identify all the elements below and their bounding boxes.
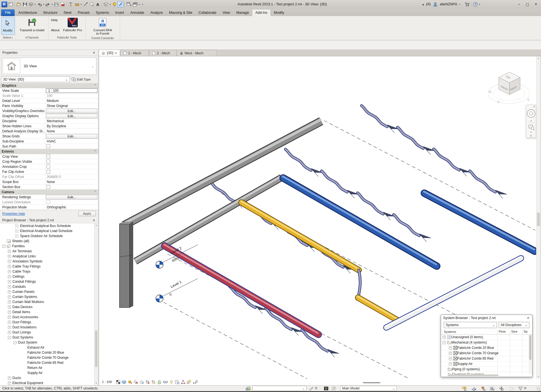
signed-in-user[interactable]: abeNZNPG [439,2,458,6]
crop-region-visible-checkbox[interactable] [46,160,50,163]
tree-item-category[interactable]: Ducts [0,375,94,380]
tree-item-duct-system[interactable]: Duct System [0,340,94,345]
help-icon[interactable] [473,2,478,7]
unlocked-3d-icon[interactable] [157,379,162,384]
system-row[interactable]: FabricAir Combi 20 Blue [441,345,529,351]
property-row[interactable]: Annotation Crop [0,164,98,169]
property-row[interactable]: Section Box [0,184,98,190]
section-graphics[interactable]: Graphics [0,83,98,88]
temporary-view-properties-icon[interactable] [175,379,180,384]
detail-level-icon[interactable] [116,379,121,384]
text-icon[interactable]: A [95,1,101,7]
property-row[interactable]: Sub-DisciplineHVAC [0,139,98,144]
tab-collaborate[interactable]: Collaborate [196,9,219,16]
tree-item-category[interactable]: Electrical Equipment [0,380,94,385]
tree-item-category[interactable]: Air Terminals [0,249,94,254]
design-options-icon[interactable] [323,386,329,391]
panel-label-formit-converter[interactable]: FormIt Converter [86,36,120,40]
tree-item-category[interactable]: Conduit Fittings [0,279,94,284]
save-icon[interactable] [22,1,28,7]
tree-item-category[interactable]: Cable Tray Fittings [0,264,94,269]
system-row-unassigned[interactable]: ?Unassigned (0 items) [441,335,529,340]
tab-insert[interactable]: Insert [112,9,127,16]
tab-view[interactable]: View [219,9,233,16]
tree-item-system-type[interactable]: Supply Air [0,370,94,375]
tree-item-category[interactable]: Curtain Systems [0,294,94,299]
apply-button[interactable]: Apply [78,211,96,216]
property-row[interactable]: Detail LevelMedium [0,98,98,103]
property-row[interactable]: Crop Region Visible [0,159,98,164]
tree-item-families[interactable]: Families [0,244,94,249]
export-pdf-icon[interactable] [59,1,66,7]
property-row[interactable]: Scope BoxNone [0,179,98,184]
tab-massing-site[interactable]: Massing & Site [166,9,196,16]
tree-item-category[interactable]: Detail Items [0,309,94,315]
worksets-icon[interactable] [246,386,251,391]
minimize-button[interactable] [515,1,523,7]
edit-button[interactable]: Edit... [46,109,97,113]
tab-analyze[interactable]: Analyze [147,9,166,16]
view-tab-west-mech[interactable]: West - Mech [177,50,216,56]
tree-item-category[interactable]: Duct Fittings [0,320,94,325]
switch-windows-icon[interactable] [132,1,138,7]
expand-expander[interactable] [8,331,11,334]
level-1-annotation[interactable]: Level 1 0 [156,279,198,302]
expand-expander[interactable] [449,346,452,349]
navigation-bar[interactable] [526,105,536,138]
system-row[interactable]: FabricAir Combi 70 Orange [441,351,529,356]
view-scale-control[interactable]: 1 : 100 [101,380,115,384]
select-by-face-icon[interactable]: ✕ [490,386,495,391]
edit-button[interactable]: Edit... [46,114,97,118]
expand-expander[interactable] [449,357,452,360]
reveal-constraints-icon[interactable] [192,379,198,384]
tab-systems[interactable]: Systems [93,9,112,16]
tree-item-system-type[interactable]: FabricAir Combi 70 Orange [0,355,94,360]
property-row[interactable]: Show Hidden LinesBy Discipline [0,124,98,129]
scroll-down-icon[interactable] [536,375,540,379]
modify-button[interactable]: Modify [1,17,15,35]
filter-icon[interactable] [518,386,523,391]
undo-icon[interactable] [36,1,43,7]
dimension-dropdown-icon[interactable] [80,3,82,6]
tab-annotate[interactable]: Annotate [127,9,147,16]
property-row[interactable]: DisciplineMechanical [0,119,98,124]
customize-qat-icon[interactable] [141,3,144,6]
tab-add-ins[interactable]: Add-Ins [252,9,271,16]
tree-item-system-type[interactable]: Return Air [0,365,94,370]
redo-icon[interactable] [45,1,51,7]
tree-item-category[interactable]: Conduits [0,284,94,289]
annotation-crop-checkbox[interactable] [46,165,50,168]
section-box-checkbox[interactable] [46,185,50,189]
reveal-hidden-icon[interactable] [169,379,174,384]
analytical-model-icon[interactable] [181,379,186,384]
system-browser-close-icon[interactable] [526,316,530,320]
property-row[interactable]: Show GridsEdit... [0,134,98,139]
scrollbar-thumb[interactable] [529,335,531,360]
tree-item-schedule[interactable]: Space Outdoor Air Schedule [0,233,94,239]
edit-button[interactable]: Edit... [46,134,97,139]
collapse-expander[interactable] [14,341,17,344]
crop-view-off-icon[interactable]: ✕ [145,379,150,384]
user-icon[interactable] [432,1,438,7]
redo-dropdown-icon[interactable] [51,3,53,6]
section-extents[interactable]: Extents [0,149,98,154]
system-row[interactable]: FabricAir Combi 85 Red [441,356,529,361]
panel-label-select[interactable]: Select [0,35,15,40]
convert-rfa-button[interactable]: RRFA Convert RFAto FormIt [92,17,114,36]
property-row[interactable]: Graphic Display OptionsEdit... [0,113,98,119]
system-browser-header[interactable]: System Browser - Test project 2.rvt [441,315,532,321]
system-browser-vscrollbar[interactable] [529,335,532,374]
select-pinned-icon[interactable] [481,386,486,391]
visual-style-icon[interactable] [121,379,127,384]
property-row[interactable]: Rendering SettingsEdit... [0,195,98,200]
section-camera[interactable]: Camera [0,190,98,195]
expand-expander[interactable] [8,300,11,304]
tree-item-category[interactable]: Duct Linings [0,330,94,335]
expand-expander[interactable] [8,306,11,309]
system-row-mechanical[interactable]: Mechanical (4 systems) [441,340,529,345]
sync-icon[interactable] [28,1,34,7]
expand-expander[interactable] [8,260,11,263]
crop-region-visible-icon[interactable] [151,379,156,384]
properties-help-link[interactable]: Properties help [2,212,78,216]
project-browser-header[interactable]: Project Browser - Test project 2.rvt [0,217,98,223]
